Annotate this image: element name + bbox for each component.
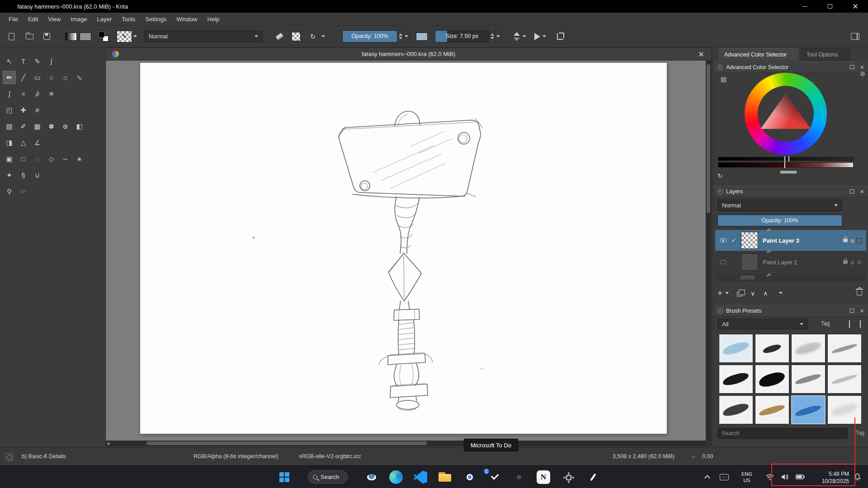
polygon-select-tool[interactable]: ◇: [45, 152, 58, 165]
tray-chevron-up-icon[interactable]: [704, 475, 710, 481]
gradient-chooser[interactable]: [65, 33, 77, 41]
pattern-edit-tool[interactable]: ▦: [31, 120, 44, 133]
add-layer-button[interactable]: +: [717, 289, 722, 297]
rect-select-tool[interactable]: □: [17, 152, 30, 165]
vertical-scrollbar-thumb[interactable]: [707, 64, 710, 213]
saturation-value-triangle[interactable]: [759, 93, 812, 137]
dynamic-brush-tool[interactable]: ∂: [31, 87, 44, 100]
brush-preset-cell[interactable]: [719, 365, 753, 394]
transform-tool[interactable]: ◰: [3, 103, 16, 117]
select-shapes-tool[interactable]: ↖: [3, 55, 16, 68]
browser-icon[interactable]: [389, 470, 403, 484]
document-close-icon[interactable]: [698, 52, 704, 57]
close-docker-icon[interactable]: ×: [860, 188, 864, 195]
size-spinner[interactable]: [491, 33, 494, 39]
duplicate-layer-button[interactable]: [737, 292, 742, 296]
touch-keyboard-icon[interactable]: [720, 474, 729, 480]
brush-preset-cell-selected[interactable]: [791, 395, 826, 424]
grid-view-icon[interactable]: [860, 321, 861, 328]
layer-name[interactable]: Paint Layer 3: [763, 237, 799, 244]
preserve-alpha-button[interactable]: [292, 32, 301, 41]
inherit-alpha-icon[interactable]: [857, 238, 862, 243]
no-color-icon[interactable]: ⊘: [860, 70, 865, 77]
menu-file[interactable]: File: [4, 16, 23, 23]
brush-preset-cell[interactable]: [755, 334, 789, 363]
foreground-background-colors[interactable]: [99, 32, 108, 42]
layer-blending-dropdown[interactable]: Normal: [717, 199, 842, 211]
multibrush-tool[interactable]: ✳: [45, 87, 58, 100]
reload-caret-icon[interactable]: [321, 35, 325, 38]
opacity-options-caret[interactable]: [403, 30, 410, 42]
close-docker-icon[interactable]: ×: [860, 307, 864, 314]
float-docker-icon[interactable]: [850, 65, 854, 69]
mirror-horizontal-button[interactable]: [513, 32, 520, 41]
measure-tool[interactable]: ∠: [31, 136, 44, 149]
zoom-tool[interactable]: ⚲: [3, 185, 16, 198]
brush-preset-cell[interactable]: [791, 365, 826, 394]
brush-preset-cell[interactable]: [755, 395, 789, 424]
brush-search-input[interactable]: [717, 428, 848, 439]
menu-window[interactable]: Window: [171, 16, 202, 23]
mirror-vertical-button[interactable]: [534, 33, 540, 40]
menu-edit[interactable]: Edit: [23, 16, 43, 23]
magnetic-select-tool[interactable]: ∪: [31, 169, 44, 182]
layer-name[interactable]: Paint Layer 2: [763, 259, 797, 266]
reload-preset-button[interactable]: ↻: [306, 30, 320, 43]
brush-editor-caret-icon[interactable]: [133, 35, 137, 38]
calligraphy-tool[interactable]: ʃ: [45, 55, 58, 68]
size-slider[interactable]: Size: 7.50 px: [435, 30, 489, 42]
list-view-icon[interactable]: [849, 321, 850, 328]
notion-icon[interactable]: N: [537, 470, 550, 484]
color-sampler-tool[interactable]: ✐: [17, 120, 30, 133]
brush-preset-cell[interactable]: [827, 395, 862, 424]
move-layer-up-button[interactable]: ∧: [763, 290, 768, 297]
start-button[interactable]: [279, 472, 289, 482]
vscode-icon[interactable]: [414, 470, 427, 484]
ellipse-tool[interactable]: ○: [45, 71, 58, 84]
assistants-tool[interactable]: △: [17, 136, 30, 149]
canvas-page[interactable]: [140, 63, 667, 434]
move-layer-down-button[interactable]: ∨: [750, 290, 755, 297]
layer-opacity-slider[interactable]: Opacity: 100%: [717, 215, 842, 226]
lock-icon[interactable]: [843, 260, 848, 264]
edit-shapes-tool[interactable]: ✎: [31, 55, 44, 68]
horizontal-scrollbar[interactable]: [106, 441, 706, 446]
opacity-slider[interactable]: Opacity: 100%: [342, 30, 397, 42]
shade-strip-2[interactable]: [718, 162, 854, 168]
trim-to-image-button[interactable]: [553, 30, 567, 43]
menu-settings[interactable]: Settings: [140, 16, 171, 23]
layer-thumbnail[interactable]: [741, 253, 758, 271]
gradient-mini-chooser[interactable]: [416, 33, 428, 41]
brush-preset-cell[interactable]: [719, 334, 753, 363]
brush-preset-cell[interactable]: [827, 334, 862, 363]
pan-tool[interactable]: ☞: [17, 185, 30, 198]
preset-filter-dropdown[interactable]: All: [717, 319, 808, 329]
contiguous-select-tool[interactable]: ✦: [3, 169, 16, 182]
rotation-icon[interactable]: ↔: [691, 453, 697, 460]
shade-strip-1[interactable]: [718, 157, 854, 161]
freehand-path-tool[interactable]: ≈: [17, 87, 30, 100]
alpha-icon[interactable]: α: [850, 259, 854, 266]
brush-preset-cell[interactable]: [791, 334, 826, 363]
opacity-spinner[interactable]: [399, 33, 402, 39]
selector-shape-menu-icon[interactable]: ▤: [721, 75, 726, 83]
refresh-colors-icon[interactable]: ↻: [717, 172, 723, 179]
mirror-horizontal-caret[interactable]: [523, 35, 526, 38]
menu-image[interactable]: Image: [66, 16, 92, 23]
lock-icon[interactable]: [843, 239, 848, 242]
document-header[interactable]: fatasy hammers~000.kra (62.0 MiB): [106, 48, 711, 61]
add-layer-caret-icon[interactable]: [725, 292, 729, 294]
tag-label[interactable]: Tag: [821, 320, 830, 327]
brush-preset-cell[interactable]: [755, 365, 789, 394]
properties-caret-icon[interactable]: [779, 292, 783, 294]
tag-docker-label[interactable]: Tag: [856, 430, 864, 436]
enclose-fill-tool[interactable]: ◨: [3, 136, 16, 149]
layer-visibility-icon[interactable]: [720, 260, 726, 264]
menu-view[interactable]: View: [43, 16, 66, 23]
line-tool[interactable]: ╱: [17, 71, 30, 84]
smart-patch-tool[interactable]: ⊕: [59, 120, 72, 133]
float-docker-icon[interactable]: [850, 309, 854, 313]
inherit-alpha-icon[interactable]: [857, 260, 862, 265]
close-button[interactable]: [843, 0, 868, 13]
float-docker-icon[interactable]: [850, 189, 854, 193]
